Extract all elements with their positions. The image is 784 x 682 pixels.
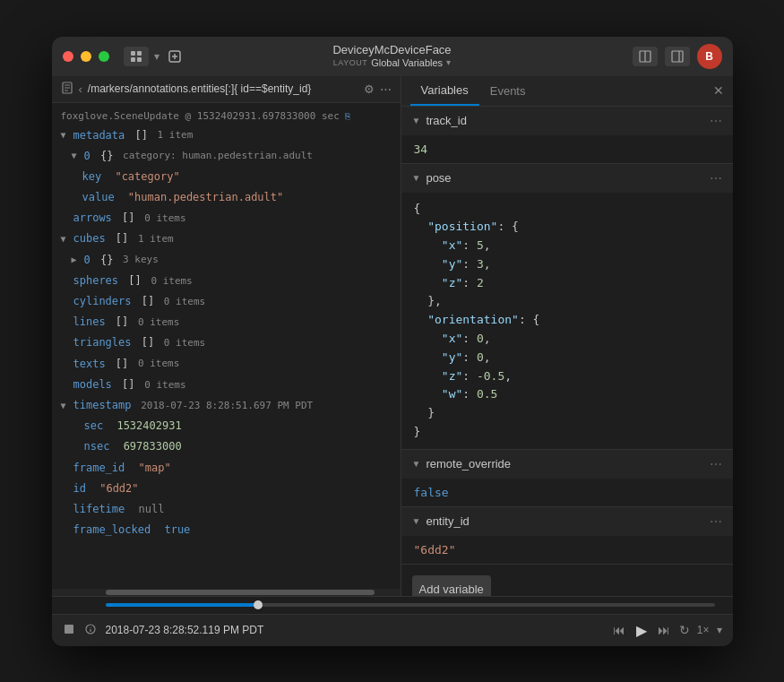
toggle-meta-0[interactable] [72,149,81,163]
var-header-entity-id[interactable]: ▼ entity_id ⋯ [401,507,733,536]
toggle-entity-id[interactable]: ▼ [412,516,421,526]
tree-row-sec: sec 1532402931 [52,416,401,436]
toggle-pose[interactable]: ▼ [412,173,421,183]
stop-icon[interactable] [63,623,75,638]
meta-texts: 0 items [132,356,179,372]
panel-actions: ⚙ ⋯ [364,82,392,96]
var-header-pose[interactable]: ▼ pose ⋯ [401,164,733,193]
add-panel-icon[interactable] [165,47,185,66]
speed-label[interactable]: 1× [697,624,710,636]
label-value: value [82,189,115,206]
horizontal-scrollbar[interactable] [52,589,401,596]
timestamp-text: foxglove.SceneUpdate @ 1532402931.697833… [61,110,340,122]
play-button[interactable]: ▶ [636,622,647,639]
key-spheres: spheres [73,272,119,289]
tree-row-triangles[interactable]: triangles [] 0 items [52,332,401,353]
bracket-cylinders: [] [135,293,155,310]
copy-icon[interactable]: ⎘ [345,111,350,121]
tree-row-texts[interactable]: texts [] 0 items [52,354,401,375]
chevron-down-icon[interactable]: ▾ [154,50,159,63]
bracket-arrows: [] [116,210,135,227]
tree-row-nsec: nsec 697833000 [52,436,401,457]
layout-selector[interactable]: LAYOUT Global Variables ▾ [333,57,451,69]
var-section-remote-override: ▼ remote_override ⋯ false [401,450,733,507]
playback-right: ↻ 1× ▾ [679,623,722,637]
tree-row-meta-0[interactable]: 0 {} category: human.pedestrian.adult [52,146,401,167]
meta-cylinders: 0 items [158,294,205,310]
tree-timestamp: foxglove.SceneUpdate @ 1532402931.697833… [52,107,401,125]
toggle-cube-0[interactable] [72,253,81,267]
tree-container[interactable]: foxglove.SceneUpdate @ 1532402931.697833… [52,103,401,589]
tree-row-cylinders[interactable]: cylinders [] 0 items [52,291,401,312]
var-value-entity-id: "6dd2" [401,536,733,564]
tree-row-models[interactable]: models [] 0 items [52,375,401,395]
tree-row-id: id "6dd2" [52,479,401,499]
settings-icon[interactable]: ⚙ [364,82,375,96]
key-cube-0: 0 [84,252,90,269]
scrubber-thumb[interactable] [254,600,263,609]
scrubber-track[interactable] [106,603,715,607]
var-menu-remote-override[interactable]: ⋯ [710,457,722,471]
tree-row-arrows[interactable]: arrows [] 0 items [52,208,401,229]
tree-row-framelocked: frame_locked true [52,520,401,540]
var-menu-entity-id[interactable]: ⋯ [710,514,722,529]
value-key: "category" [115,168,179,186]
key-cylinders: cylinders [73,293,132,310]
tree-row-spheres[interactable]: spheres [] 0 items [52,271,401,291]
side-panel-icon[interactable] [665,47,690,66]
grid-icon-button[interactable] [124,47,149,66]
more-options-icon[interactable]: ⋯ [380,82,392,96]
scrubber-fill [106,603,258,607]
tree-row-lines[interactable]: lines [] 0 items [52,312,401,332]
svg-rect-9 [672,51,683,62]
breadcrumb-back-icon[interactable]: ‹ [79,82,82,96]
key-texts: texts [73,356,106,373]
panel-layout-icon[interactable] [633,47,658,66]
svg-rect-15 [65,625,73,634]
add-variable-button[interactable]: Add variable [412,575,491,596]
toggle-timestamp[interactable] [61,399,70,413]
tree-row-cubes[interactable]: cubes [] 1 item [52,229,401,249]
user-avatar[interactable]: B [697,44,722,69]
meta-models: 0 items [139,377,186,393]
close-button[interactable] [63,51,73,62]
var-menu-track-id[interactable]: ⋯ [710,114,722,128]
tab-variables[interactable]: Variables [410,76,479,106]
var-header-track-id[interactable]: ▼ track_id ⋯ [401,107,733,135]
toggle-cubes[interactable] [61,232,70,246]
traffic-lights [63,51,109,62]
speed-dropdown-icon[interactable]: ▾ [717,624,722,636]
scrubber-area[interactable] [52,596,733,614]
scrollbar-thumb[interactable] [106,590,375,595]
tree-row-timestamp[interactable]: timestamp 2018-07-23 8:28:51.697 PM PDT [52,395,401,416]
tree-row-lifetime: lifetime null [52,499,401,520]
key-meta-0: 0 [84,148,90,165]
bracket-cubes: [] [109,230,129,247]
var-section-entity-id: ▼ entity_id ⋯ "6dd2" [401,507,733,565]
tab-events[interactable]: Events [479,77,537,105]
skip-forward-icon[interactable]: ⏭ [658,623,670,637]
maximize-button[interactable] [99,51,109,62]
tree-row-cube-0[interactable]: 0 {} 3 keys [52,250,401,271]
meta-0-desc: category: human.pedestrian.adult [116,148,313,164]
tree-row-metadata[interactable]: metadata [] 1 item [52,125,401,146]
var-header-remote-override[interactable]: ▼ remote_override ⋯ [401,450,733,479]
key-timestamp: timestamp [73,397,132,414]
var-section-track-id: ▼ track_id ⋯ 34 [401,107,733,164]
info-icon[interactable] [84,623,97,638]
toggle-remote-override[interactable]: ▼ [412,459,421,469]
loop-icon[interactable]: ↻ [679,623,690,637]
close-panel-icon[interactable]: ✕ [713,83,724,98]
titlebar-center: DeviceyMcDeviceFace LAYOUT Global Variab… [332,43,451,69]
minimize-button[interactable] [81,51,91,62]
svg-rect-0 [131,51,135,56]
var-menu-pose[interactable]: ⋯ [710,171,722,186]
meta-triangles: 0 items [158,335,205,351]
toggle-metadata[interactable] [61,128,70,142]
panel-header: ‹ /markers/annotations.entities[:]{ id==… [52,76,401,103]
skip-back-icon[interactable]: ⏮ [613,623,625,637]
layout-chevron-icon: ▾ [446,57,451,68]
key-cubes: cubes [73,230,106,247]
value-value: "human.pedestrian.adult" [128,189,283,206]
toggle-track-id[interactable]: ▼ [412,116,421,125]
